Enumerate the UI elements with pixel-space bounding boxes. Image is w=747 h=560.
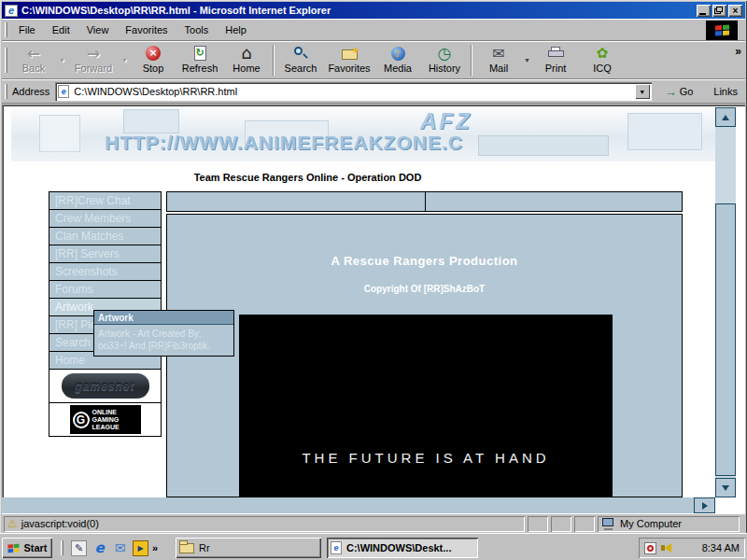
address-bar: Address e C:\WINDOWS\Desktop\RR\RR.html … bbox=[2, 79, 745, 104]
banner-url-text: HTTP://WWW.ANIMEFREAKZONE.C bbox=[105, 132, 463, 154]
quick-launch-overflow-chevron[interactable]: » bbox=[152, 542, 158, 553]
menu-view[interactable]: View bbox=[78, 21, 118, 38]
back-dropdown-arrow[interactable]: ▼ bbox=[57, 42, 67, 78]
banner-block bbox=[39, 115, 80, 152]
down-arrow-icon bbox=[722, 485, 729, 491]
start-button[interactable]: Start bbox=[2, 538, 52, 558]
banner-block bbox=[627, 113, 702, 150]
desktop-screen: e C:\WINDOWS\Desktop\RR\RR.html - Micros… bbox=[0, 0, 747, 560]
favorites-button[interactable]: ★ Favorites bbox=[324, 42, 374, 78]
sidebar-item-clan-matches[interactable]: Clan Matches bbox=[49, 228, 161, 245]
ie-page-icon: e bbox=[58, 85, 69, 98]
toolbar-separator bbox=[471, 45, 472, 76]
copyright-text: Copyright Of [RR]ShAzBoT bbox=[167, 284, 682, 294]
menu-tools[interactable]: Tools bbox=[176, 21, 218, 38]
browser-viewport: AFZ HTTP://WWW.ANIMEFREAKZONE.C Team Res… bbox=[2, 105, 745, 513]
menu-bar-grip bbox=[5, 22, 7, 36]
throbber-windows-logo-icon bbox=[706, 21, 738, 40]
tray-clock: 8:34 AM bbox=[702, 542, 740, 553]
links-toolbar[interactable]: Links bbox=[706, 86, 745, 97]
status-pane bbox=[574, 516, 595, 532]
toolbar-overflow-chevron[interactable]: » bbox=[735, 45, 741, 58]
horizontal-scrollbar[interactable] bbox=[2, 497, 715, 513]
internet-explorer-icon[interactable]: e bbox=[92, 540, 107, 556]
tooltip-body: Artwork - Art Created By: oo33~! And [RR… bbox=[94, 325, 233, 356]
home-icon: ⌂ bbox=[241, 45, 251, 62]
media-button[interactable]: ♪ Media bbox=[374, 42, 421, 78]
scroll-down-button[interactable] bbox=[715, 478, 736, 497]
window-title: C:\WINDOWS\Desktop\RR\RR.html - Microsof… bbox=[21, 5, 695, 16]
status-bar: ⚠ javascript:void(0) My Computer bbox=[2, 513, 745, 533]
search-button[interactable]: Search bbox=[277, 42, 324, 78]
menu-file[interactable]: File bbox=[10, 21, 44, 38]
online-gaming-league-logo[interactable]: G ONLINE GAMING LEAGUE bbox=[49, 403, 161, 436]
task-button-rr-folder[interactable]: Rr bbox=[176, 538, 321, 558]
poster-tagline: THE FUTURE IS AT HAND bbox=[239, 450, 613, 466]
show-desktop-icon[interactable]: ✎ bbox=[71, 540, 87, 556]
back-button[interactable]: ← Back bbox=[10, 42, 57, 78]
restore-button[interactable] bbox=[712, 5, 726, 17]
security-zone-pane: My Computer bbox=[598, 516, 740, 532]
task-button-ie-active[interactable]: e C:\WINDOWS\Deskt... bbox=[327, 538, 478, 558]
tooltip-title: Artwork bbox=[94, 311, 233, 325]
mail-dropdown-arrow[interactable]: ▼ bbox=[522, 42, 532, 78]
standard-toolbar: ← Back ▼ → Forward ▼ × Stop ↻ Refresh ⌂ … bbox=[2, 41, 745, 79]
forward-arrow-icon: → bbox=[87, 45, 100, 62]
system-tray: 8:34 AM bbox=[639, 538, 745, 558]
address-bar-grip bbox=[5, 84, 7, 100]
go-arrow-icon: → bbox=[665, 85, 677, 99]
menu-edit[interactable]: Edit bbox=[44, 21, 78, 38]
ogl-g-emblem-icon: G bbox=[73, 412, 90, 428]
print-button[interactable]: Print bbox=[532, 42, 579, 78]
status-pane bbox=[551, 516, 571, 532]
go-button[interactable]: → Go bbox=[659, 85, 699, 99]
scroll-up-button[interactable] bbox=[715, 107, 736, 127]
sidebar-item-servers[interactable]: [RR] Servers bbox=[49, 245, 161, 263]
media-player-icon[interactable]: ▶ bbox=[133, 540, 148, 556]
animefreakzone-banner[interactable]: AFZ HTTP://WWW.ANIMEFREAKZONE.C bbox=[11, 107, 715, 161]
minimize-button[interactable] bbox=[697, 5, 711, 17]
menu-help[interactable]: Help bbox=[217, 21, 255, 38]
vertical-scrollbar[interactable] bbox=[715, 107, 736, 497]
content-header-table bbox=[166, 191, 683, 212]
sidebar-item-forums[interactable]: Forums bbox=[49, 281, 161, 299]
artwork-tooltip: Artwork Artwork - Art Created By: oo33~!… bbox=[93, 310, 234, 357]
gamesnet-pill: gamesnet bbox=[62, 373, 149, 399]
task-scheduler-icon[interactable] bbox=[644, 542, 656, 554]
mail-button[interactable]: ✉ Mail bbox=[475, 42, 522, 78]
refresh-button[interactable]: ↻ Refresh bbox=[176, 42, 223, 78]
vertical-scroll-thumb[interactable] bbox=[715, 203, 736, 476]
address-dropdown-button[interactable]: ▼ bbox=[635, 84, 650, 99]
status-message-pane: ⚠ javascript:void(0) bbox=[4, 516, 525, 532]
mail-icon: ✉ bbox=[492, 45, 504, 62]
icq-button[interactable]: ✿ ICQ bbox=[579, 42, 626, 78]
gamesnet-logo[interactable]: gamesnet bbox=[49, 370, 161, 403]
folder-icon bbox=[179, 543, 194, 553]
quick-launch-bar: ✎ e ✉ ▶ » bbox=[58, 538, 172, 558]
poster-image: THE FUTURE IS AT HAND bbox=[239, 315, 613, 497]
banner-block bbox=[478, 135, 609, 156]
address-value: C:\WINDOWS\Desktop\RR\RR.html bbox=[74, 86, 237, 97]
toolbar-separator bbox=[273, 45, 275, 76]
content-header-cell-left bbox=[167, 192, 426, 211]
banner-block bbox=[123, 109, 179, 133]
stop-button[interactable]: × Stop bbox=[130, 42, 176, 78]
volume-speaker-icon[interactable] bbox=[661, 543, 671, 553]
history-clock-icon: ◷ bbox=[438, 45, 452, 62]
home-button[interactable]: ⌂ Home bbox=[223, 42, 270, 78]
forward-dropdown-arrow[interactable]: ▼ bbox=[120, 42, 130, 78]
status-pane bbox=[528, 516, 548, 532]
forward-button[interactable]: → Forward bbox=[67, 42, 120, 78]
address-input[interactable]: e C:\WINDOWS\Desktop\RR\RR.html ▼ bbox=[55, 82, 651, 101]
refresh-icon: ↻ bbox=[194, 46, 206, 61]
history-button[interactable]: ◷ History bbox=[421, 42, 468, 78]
sidebar-item-crew-chat[interactable]: [RR]Crew Chat bbox=[49, 192, 161, 210]
menu-favorites[interactable]: Favorites bbox=[117, 21, 176, 38]
scroll-right-button[interactable] bbox=[694, 497, 715, 513]
sidebar-item-crew-members[interactable]: Crew Members bbox=[49, 210, 161, 228]
favorites-folder-icon: ★ bbox=[342, 48, 358, 60]
zone-label: My Computer bbox=[620, 518, 682, 529]
close-button[interactable]: × bbox=[728, 5, 742, 17]
sidebar-item-screenshots[interactable]: Screenshots bbox=[49, 263, 161, 281]
outlook-express-icon[interactable]: ✉ bbox=[112, 540, 128, 556]
